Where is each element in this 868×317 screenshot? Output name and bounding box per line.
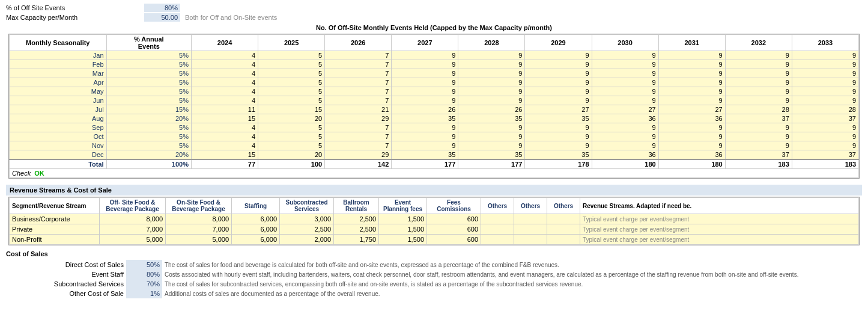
col-2030: 2030: [592, 35, 658, 51]
table-row: Aug20%15202935353536363737: [10, 114, 859, 123]
cost-desc: The cost of sales for subcontracted serv…: [162, 279, 862, 289]
month-value: 7: [325, 123, 392, 132]
month-name: Mar: [10, 69, 107, 78]
col-2026: 2026: [325, 35, 392, 51]
cost-value[interactable]: 1%: [126, 289, 162, 298]
month-value: 9: [792, 78, 858, 87]
table-row: Apr5%4579999999: [10, 78, 859, 87]
month-value: 11: [191, 105, 258, 114]
month-value: 9: [658, 123, 725, 132]
rev-onsite-fb: 7,000: [166, 224, 232, 235]
table-row: Jan5%4579999999: [10, 51, 859, 60]
month-value: 37: [792, 150, 858, 160]
total-row: Total100%77100142177177178180180183183: [10, 159, 859, 169]
month-value: 9: [592, 69, 658, 78]
capacity-value[interactable]: 50.00: [144, 13, 180, 22]
rev-subcontracted: 2,500: [280, 224, 334, 235]
total-value: 183: [725, 159, 792, 169]
rev-col-ballroom: Ballroom Rentals: [334, 198, 379, 214]
month-value: 4: [191, 96, 258, 105]
month-value: 9: [392, 60, 458, 69]
col-2025: 2025: [258, 35, 325, 51]
month-value: 27: [658, 105, 725, 114]
month-value: 4: [191, 132, 258, 141]
month-value: 35: [392, 150, 458, 160]
col-monthly-seasonality: Monthly Seasonality: [10, 35, 107, 51]
month-name: Apr: [10, 78, 107, 87]
month-value: 9: [592, 123, 658, 132]
total-value: 180: [658, 159, 725, 169]
month-value: 9: [458, 96, 525, 105]
table-row: Nov5%4579999999: [10, 141, 859, 150]
month-name: Jul: [10, 105, 107, 114]
month-value: 9: [792, 60, 858, 69]
month-value: 27: [592, 105, 658, 114]
rev-onsite-fb: 5,000: [166, 235, 232, 245]
cost-label: Subcontracted Services: [6, 279, 126, 289]
month-value: 5: [258, 141, 325, 150]
month-value: 9: [725, 78, 792, 87]
month-name: Oct: [10, 132, 107, 141]
month-value: 4: [191, 87, 258, 96]
rev-note: Typical event charge per event/segment: [580, 214, 859, 224]
month-value: 9: [592, 96, 658, 105]
revenue-table: Segment/Revenue Stream Off- Site Food & …: [9, 197, 859, 245]
month-value: 9: [525, 78, 592, 87]
rev-col-offsite-fb: Off- Site Food & Beverage Package: [100, 198, 166, 214]
month-pct: 5%: [106, 78, 191, 87]
month-value: 9: [658, 69, 725, 78]
table-row: Dec20%15202935353536363737: [10, 150, 859, 160]
month-value: 7: [325, 87, 392, 96]
month-value: 35: [525, 114, 592, 123]
month-value: 9: [525, 51, 592, 60]
month-value: 9: [725, 51, 792, 60]
rev-col-others3: Others: [547, 198, 580, 214]
month-value: 9: [792, 87, 858, 96]
col-2024: 2024: [191, 35, 258, 51]
month-value: 28: [792, 105, 858, 114]
month-value: 20: [258, 150, 325, 160]
rev-note: Typical event charge per event/segment: [580, 235, 859, 245]
rev-others3: [547, 214, 580, 224]
month-value: 4: [191, 141, 258, 150]
rev-col-others1: Others: [481, 198, 514, 214]
monthly-events-title: No. Of Off-Site Monthly Events Held (Cap…: [6, 24, 862, 31]
month-pct: 5%: [106, 69, 191, 78]
month-value: 5: [258, 69, 325, 78]
cost-row: Direct Cost of Sales 50% The cost of sal…: [6, 260, 862, 269]
cost-value[interactable]: 50%: [126, 260, 162, 269]
month-value: 5: [258, 87, 325, 96]
rev-event-planning: 1,500: [379, 224, 427, 235]
month-value: 9: [458, 78, 525, 87]
rev-event-planning: 1,500: [379, 235, 427, 245]
total-label: Total: [10, 159, 107, 169]
rev-col-others2: Others: [514, 198, 547, 214]
month-value: 37: [725, 114, 792, 123]
month-value: 9: [392, 87, 458, 96]
revenue-row: Private 7,000 7,000 6,000 2,500 2,500 1,…: [10, 224, 859, 235]
cost-value[interactable]: 80%: [126, 269, 162, 279]
offsite-pct-value[interactable]: 80%: [144, 4, 180, 12]
total-value: 178: [525, 159, 592, 169]
cost-label: Event Staff: [6, 269, 126, 279]
month-value: 9: [658, 132, 725, 141]
rev-col-subcontracted: Subcontracted Services: [280, 198, 334, 214]
month-value: 35: [458, 114, 525, 123]
rev-subcontracted: 2,000: [280, 235, 334, 245]
rev-others2: [514, 235, 547, 245]
month-pct: 5%: [106, 51, 191, 60]
month-pct: 5%: [106, 123, 191, 132]
cost-value[interactable]: 70%: [126, 279, 162, 289]
month-pct: 15%: [106, 105, 191, 114]
rev-others1: [481, 214, 514, 224]
month-value: 9: [525, 132, 592, 141]
month-value: 4: [191, 51, 258, 60]
month-value: 9: [725, 141, 792, 150]
top-inputs: % of Off Site Events 80% Max Capacity pe…: [6, 4, 862, 22]
rev-segment: Private: [10, 224, 100, 235]
month-value: 9: [792, 141, 858, 150]
total-value: 100: [258, 159, 325, 169]
month-value: 9: [725, 96, 792, 105]
rev-fees: 600: [427, 224, 481, 235]
check-label: Check: [12, 170, 31, 177]
